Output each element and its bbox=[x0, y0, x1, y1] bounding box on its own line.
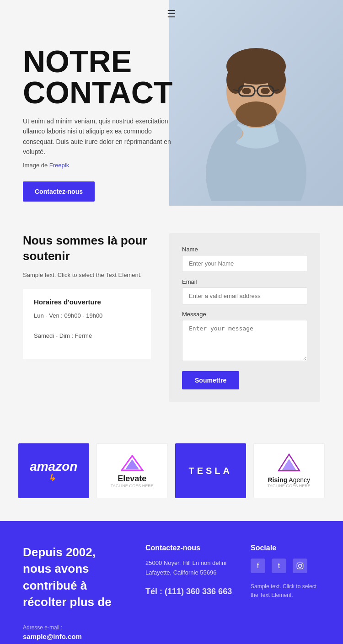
hero-text-block: NOTRE CONTACT Ut enim ad minim veniam, q… bbox=[23, 46, 178, 202]
email-label: Email bbox=[182, 278, 307, 285]
partner-amazon: amazon ↳ bbox=[18, 443, 89, 498]
svg-rect-19 bbox=[297, 563, 303, 569]
twitter-icon[interactable]: t bbox=[272, 559, 286, 573]
hero-title: NOTRE CONTACT bbox=[23, 46, 178, 108]
footer-col-contact: Contactez-nous 25000 Noyer, Hill Ln non … bbox=[145, 544, 232, 644]
svg-point-13 bbox=[261, 88, 270, 94]
hero-image bbox=[169, 0, 343, 206]
footer-col-social: Sociale f t Sample text. Click to select… bbox=[251, 544, 320, 644]
image-credit: Image de Freepik bbox=[23, 162, 178, 169]
contact-us-button[interactable]: Contactez-nous bbox=[23, 181, 95, 202]
footer-social-sample: Sample text. Click to select the Text El… bbox=[251, 582, 320, 600]
elevate-logo: Elevate TAGLINE GOES HERE bbox=[111, 454, 154, 488]
svg-point-6 bbox=[236, 101, 277, 127]
rising-agency-logo: Rising Agency TAGLINE GOES HERE bbox=[268, 453, 311, 488]
elevate-triangle-icon bbox=[121, 454, 144, 472]
partner-rising: Rising Agency TAGLINE GOES HERE bbox=[253, 443, 325, 498]
hours-weekday: Lun - Ven : 09h00 - 19h00 bbox=[34, 310, 140, 321]
contact-section-title: Nous sommes là pour soutenir bbox=[23, 233, 151, 264]
message-input[interactable] bbox=[182, 320, 307, 361]
name-field-group: Name bbox=[182, 246, 307, 272]
facebook-icon[interactable]: f bbox=[251, 559, 265, 573]
footer-social-title: Sociale bbox=[251, 544, 320, 552]
message-label: Message bbox=[182, 311, 307, 318]
svg-point-20 bbox=[299, 564, 302, 568]
email-field-group: Email bbox=[182, 278, 307, 304]
hero-section: ☰ NOTRE CONTACT Ut enim ad minim veniam,… bbox=[0, 0, 343, 206]
rising-triangle-icon bbox=[278, 453, 300, 472]
footer-address: 25000 Noyer, Hill Ln non défini Lafayett… bbox=[145, 559, 232, 578]
svg-marker-16 bbox=[125, 459, 139, 469]
hamburger-icon[interactable]: ☰ bbox=[167, 8, 176, 20]
tesla-logo: TESLA bbox=[188, 465, 232, 477]
svg-point-5 bbox=[268, 66, 286, 94]
footer-col-tagline: Depuis 2002, nous avons contribué à réco… bbox=[23, 544, 127, 644]
partners-section: amazon ↳ Elevate TAGLINE GOES HERE TESLA… bbox=[0, 430, 343, 521]
contact-section-description: Sample text. Click to select the Text El… bbox=[23, 271, 151, 280]
contact-left-col: Nous sommes là pour soutenir Sample text… bbox=[23, 233, 151, 402]
footer-tagline: Depuis 2002, nous avons contribué à réco… bbox=[23, 544, 127, 611]
footer-email: sample@info.com bbox=[23, 633, 127, 640]
hours-box: Horaires d'ouverture Lun - Ven : 09h00 -… bbox=[23, 289, 151, 359]
partner-elevate: Elevate TAGLINE GOES HERE bbox=[96, 443, 168, 498]
partner-tesla: TESLA bbox=[175, 443, 246, 498]
footer-contact-title: Contactez-nous bbox=[145, 544, 232, 552]
contact-form: Name Email Message Soumettre bbox=[169, 233, 320, 402]
message-field-group: Message bbox=[182, 311, 307, 363]
svg-point-12 bbox=[242, 88, 251, 94]
footer-email-label: Adresse e-mail : bbox=[23, 624, 127, 631]
name-label: Name bbox=[182, 246, 307, 253]
contact-section: Nous sommes là pour soutenir Sample text… bbox=[0, 206, 343, 430]
email-input[interactable] bbox=[182, 287, 307, 304]
freepik-link[interactable]: Freepik bbox=[49, 162, 69, 169]
svg-point-4 bbox=[226, 66, 245, 94]
svg-marker-18 bbox=[282, 459, 296, 470]
person-illustration bbox=[192, 0, 320, 201]
hours-weekend: Samedi - Dim : Fermé bbox=[34, 330, 140, 341]
instagram-icon[interactable] bbox=[293, 559, 307, 573]
hours-title: Horaires d'ouverture bbox=[34, 298, 140, 306]
amazon-logo: amazon ↳ bbox=[30, 458, 77, 483]
submit-button[interactable]: Soumettre bbox=[182, 371, 239, 389]
footer-section: Depuis 2002, nous avons contribué à réco… bbox=[0, 521, 343, 644]
name-input[interactable] bbox=[182, 255, 307, 272]
instagram-svg bbox=[296, 562, 304, 569]
social-icons-group: f t bbox=[251, 559, 320, 573]
svg-point-21 bbox=[301, 564, 302, 564]
hero-description: Ut enim ad minim veniam, quis nostrud ex… bbox=[23, 116, 178, 157]
footer-phone: Tél : (111) 360 336 663 bbox=[145, 585, 232, 598]
